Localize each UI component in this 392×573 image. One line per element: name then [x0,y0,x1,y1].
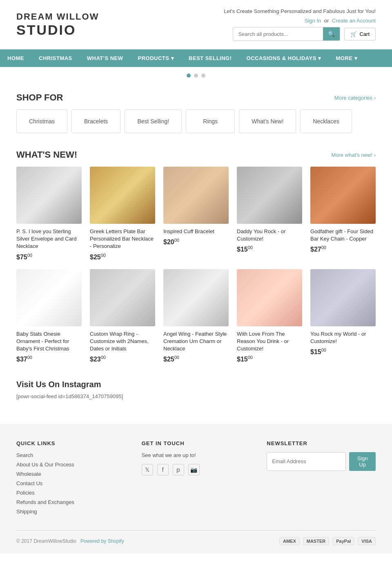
product-title: Greek Letters Plate Bar Personalized Bar… [90,228,155,250]
whats-new-section: WHAT'S NEW! More what's new! › P. S. I l… [0,141,392,372]
product-image [163,269,229,326]
whats-new-header: WHAT'S NEW! More what's new! › [16,149,376,160]
site-footer: QUICK LINKS Search About Us & Our Proces… [0,424,392,553]
create-account-link[interactable]: Create an Account [332,18,376,24]
product-price: $2000 [163,238,229,246]
product-card[interactable]: Inspired Cuff Bracelet $2000 [163,167,229,261]
product-title: With Love From The Reason You Drink - or… [237,330,302,353]
product-card[interactable]: P. S. I love you Sterling Silver Envelop… [16,167,82,261]
twitter-icon[interactable]: 𝕏 [142,464,153,475]
category-card-christmas[interactable]: Christmas [16,109,67,133]
instagram-section: Visit Us On Instagram [powr-social-feed … [0,372,392,408]
logo[interactable]: DREAM WILLOW STUDIO [16,11,99,38]
copyright-text: © 2017 DreamWillowStudio [16,538,76,544]
footer-link-wholesale[interactable]: Wholesale [16,471,125,477]
product-card[interactable]: Daddy You Rock - or Customize! $1500 [237,167,302,261]
footer-newsletter: NEWSLETTER Sign Up [267,440,376,518]
product-title: Daddy You Rock - or Customize! [237,228,302,243]
product-title: Angel Wing - Feather Style Cremation Urn… [163,330,229,353]
search-cart-area: 🔍 🛒 Cart [233,27,376,41]
product-price: $1500 [237,355,302,363]
footer-link-shipping[interactable]: Shipping [16,508,125,515]
nav-occasions[interactable]: OCCASIONS & HOLIDAYS ▾ [239,49,329,67]
search-button[interactable]: 🔍 [323,27,340,40]
product-image [90,269,155,326]
product-card[interactable]: Godfather gift - Four Sided Bar Key Chai… [310,167,376,261]
product-price: $2700 [310,245,376,253]
cart-icon: 🛒 [350,31,357,37]
signin-link[interactable]: Sign In [305,18,321,24]
footer-get-in-touch: GET IN TOUCH See what we are up to! 𝕏 f … [142,440,251,518]
footer-link-search[interactable]: Search [16,452,125,458]
newsletter-signup-button[interactable]: Sign Up [349,452,376,471]
footer-quick-links: QUICK LINKS Search About Us & Our Proces… [16,440,125,518]
slider-dot-1[interactable] [187,74,191,78]
header-links: Sign In or Create an Account [305,18,376,24]
footer-link-policies[interactable]: Policies [16,490,125,496]
product-card[interactable]: With Love From The Reason You Drink - or… [237,269,302,363]
nav-whats-new[interactable]: WHAT'S NEW [80,49,131,67]
product-price: $2300 [90,355,155,363]
more-whats-new-link[interactable]: More what's new! › [331,152,376,158]
search-input[interactable] [233,28,323,40]
payment-master: MASTER [303,537,329,545]
product-price: $3700 [16,355,82,363]
slider-dot-2[interactable] [194,74,198,78]
category-card-rings[interactable]: Rings [186,109,235,133]
product-price: $1500 [237,245,302,253]
header-tagline: Let's Create Something Personalized and … [224,8,376,14]
facebook-icon[interactable]: f [157,464,169,475]
product-image [16,167,82,224]
footer-link-refunds[interactable]: Refunds and Exchanges [16,499,125,505]
footer-copyright-area: © 2017 DreamWillowStudio Powered by Shop… [16,538,124,544]
footer-link-contact[interactable]: Contact Us [16,480,125,486]
product-card[interactable]: Greek Letters Plate Bar Personalized Bar… [90,167,155,261]
nav-best-selling[interactable]: BEST SELLING! [181,49,239,67]
payment-amex: AMEX [279,537,300,545]
category-card-necklaces[interactable]: Necklaces [300,109,352,133]
product-title: Inspired Cuff Bracelet [163,228,229,235]
slider-dot-3[interactable] [201,74,205,78]
more-categories-link[interactable]: More categories › [334,95,376,101]
product-image [310,167,376,224]
product-image [16,269,82,326]
shop-for-section: SHOP FOR More categories › Christmas Bra… [0,84,392,141]
nav-products[interactable]: PRODUCTS ▾ [131,49,182,67]
product-price: $2500 [163,355,229,363]
product-image [163,167,229,224]
category-card-best-selling[interactable]: Best Selling! [125,109,182,133]
product-card[interactable]: Custom Wrap Ring - Customize with 2Names… [90,269,155,363]
newsletter-email-input[interactable] [267,452,346,471]
or-text: or [324,18,329,24]
instagram-icon[interactable]: 📷 [188,464,200,475]
product-title: Baby Stats Onesie Ornament - Perfect for… [16,330,82,353]
nav-home[interactable]: HOME [0,49,31,67]
newsletter-form: Sign Up [267,452,376,471]
footer-link-about[interactable]: About Us & Our Process [16,462,125,468]
product-title: Custom Wrap Ring - Customize with 2Names… [90,330,155,353]
social-icons: 𝕏 f 𝕡 📷 [142,464,251,475]
category-grid: Christmas Bracelets Best Selling! Rings … [16,109,376,133]
product-image [237,269,302,326]
product-image [310,269,376,326]
nav-more[interactable]: MORE ▾ [328,49,365,67]
newsletter-heading: NEWSLETTER [267,440,376,446]
cart-label: Cart [359,31,370,37]
products-grid: P. S. I love you Sterling Silver Envelop… [16,167,376,363]
logo-bottom-text: STUDIO [16,22,76,38]
cart-button[interactable]: 🛒 Cart [344,28,376,40]
header-right: Let's Create Something Personalized and … [224,8,376,41]
product-card[interactable]: Baby Stats Onesie Ornament - Perfect for… [16,269,82,363]
nav-christmas[interactable]: CHRISTMAS [31,49,80,67]
main-nav: HOME CHRISTMAS WHAT'S NEW PRODUCTS ▾ BES… [0,49,392,67]
pinterest-icon[interactable]: 𝕡 [173,464,184,475]
product-title: Godfather gift - Four Sided Bar Key Chai… [310,228,376,243]
product-card[interactable]: Angel Wing - Feather Style Cremation Urn… [163,269,229,363]
category-card-bracelets[interactable]: Bracelets [71,109,120,133]
product-card[interactable]: You Rock my World - or Customize! $1500 [310,269,376,363]
powered-by-link[interactable]: Powered by Shopify [80,538,124,544]
category-card-whats-new[interactable]: What's New! [239,109,296,133]
payment-icons: AMEX MASTER PayPal VISA [279,537,376,545]
slider-dots [0,67,392,84]
product-price: $2500 [90,253,155,261]
